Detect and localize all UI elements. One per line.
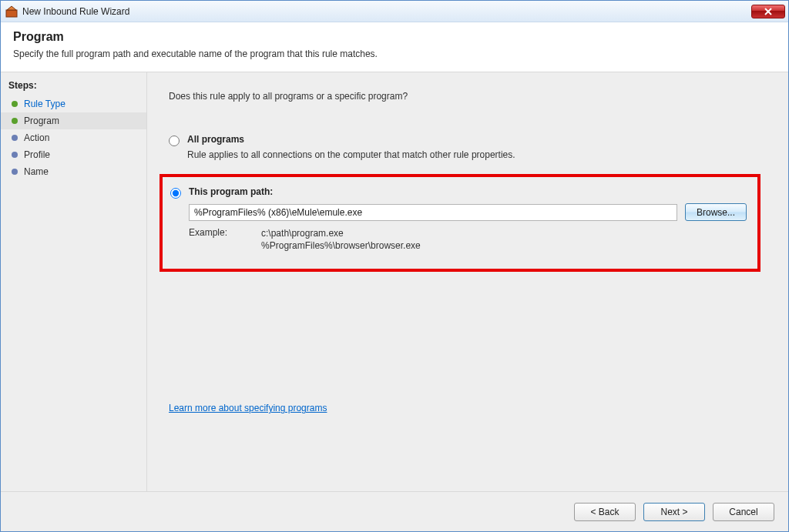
next-button[interactable]: Next > [643,503,705,521]
footer: < Back Next > Cancel [1,491,788,531]
example-row: Example: c:\path\program.exe %ProgramFil… [189,227,747,252]
steps-sidebar: Steps: Rule Type Program Action Profile … [1,72,147,491]
browse-button[interactable]: Browse... [685,203,747,221]
example-lines: c:\path\program.exe %ProgramFiles%\brows… [261,227,421,252]
body: Steps: Rule Type Program Action Profile … [1,72,788,491]
page-title: Program [13,30,776,44]
bullet-icon [12,101,18,107]
app-icon [5,5,18,18]
page-subtitle: Specify the full program path and execut… [13,49,776,59]
example-line-2: %ProgramFiles%\browser\browser.exe [261,239,421,252]
step-profile[interactable]: Profile [1,146,146,163]
svg-rect-0 [6,10,17,17]
step-program[interactable]: Program [1,112,146,129]
program-path-row: Browse... [189,203,747,221]
step-label: Program [24,115,59,126]
radio-label-all: All programs [187,134,244,145]
option-all-desc: Rule applies to all connections on the c… [187,149,767,160]
step-action[interactable]: Action [1,129,146,146]
step-label: Profile [24,149,50,160]
close-button[interactable] [751,5,785,18]
bullet-icon [12,135,18,141]
bullet-icon [12,169,18,175]
window-title: New Inbound Rule Wizard [22,6,751,17]
bullet-icon [12,118,18,124]
option-this-program[interactable]: This program path: [170,186,747,199]
wizard-window: New Inbound Rule Wizard Program Specify … [0,0,789,532]
cancel-button[interactable]: Cancel [713,503,774,521]
step-rule-type[interactable]: Rule Type [1,95,146,112]
svg-marker-1 [7,6,16,10]
option-all-programs[interactable]: All programs [169,134,767,146]
step-name[interactable]: Name [1,163,146,180]
example-line-1: c:\path\program.exe [261,227,421,239]
step-label: Action [24,132,49,143]
highlight-box: This program path: Browse... Example: c:… [159,174,760,272]
radio-label-path: This program path: [189,186,273,197]
program-path-input[interactable] [189,204,677,221]
bullet-icon [12,152,18,158]
content-panel: Does this rule apply to all programs or … [147,72,788,491]
radio-this-program[interactable] [170,188,181,199]
close-icon [764,8,772,15]
titlebar: New Inbound Rule Wizard [1,1,788,22]
step-label: Name [24,166,49,177]
question-text: Does this rule apply to all programs or … [169,91,767,102]
header-panel: Program Specify the full program path an… [1,22,788,72]
steps-heading: Steps: [1,79,146,95]
learn-more-link[interactable]: Learn more about specifying programs [169,403,327,413]
back-button[interactable]: < Back [574,503,636,521]
radio-all-programs[interactable] [169,136,180,146]
example-label: Example: [189,227,227,252]
step-label: Rule Type [24,99,65,109]
